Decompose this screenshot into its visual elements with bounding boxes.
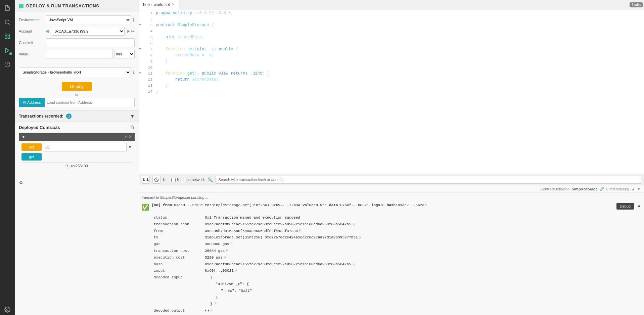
tx-cost-copy-icon[interactable]: ⎘ xyxy=(226,248,228,255)
contract-instance: ▼ SimpleStorage at 0x692...77b3A (memory… xyxy=(19,133,135,171)
gas-val: 3000000 gas ⎘ xyxy=(205,241,233,248)
exec-cost-copy-icon[interactable]: ⎘ xyxy=(224,255,226,261)
debug-icon[interactable] xyxy=(2,59,13,70)
value-input[interactable]: 0 xyxy=(46,50,112,58)
settings-sidebar-icon[interactable] xyxy=(2,304,13,315)
hash-val: 0xdc7accf006dcac2155fd279e602e8ecc27a850… xyxy=(205,261,355,268)
set-method-chevron-icon[interactable]: ▼ xyxy=(128,145,132,149)
contract-select-wrapper: SimpleStorage - browser/hello_worl ℹ xyxy=(19,67,135,77)
svg-rect-5 xyxy=(5,37,7,39)
file-icon[interactable] xyxy=(2,3,13,13)
tx-hash-copy-icon[interactable]: ⎘ xyxy=(353,221,355,228)
account-select[interactable]: 0xCA3...a733c (99.9 xyxy=(52,27,125,36)
gas-copy-icon[interactable]: ⎘ xyxy=(231,241,233,248)
svg-marker-6 xyxy=(6,48,9,53)
tx-tag: [vm] xyxy=(152,203,160,207)
decoded-input-copy-icon[interactable]: ⎘ xyxy=(215,302,217,306)
panel-title: DEPLOY & RUN TRANSACTIONS xyxy=(26,3,99,8)
environment-info-icon[interactable]: ℹ xyxy=(133,17,135,22)
code-line-8: 8 storedData = _x; xyxy=(139,52,644,58)
code-line-6: 6 xyxy=(139,40,644,46)
console-search-input[interactable] xyxy=(216,176,641,184)
environment-select[interactable]: JavaScript VM xyxy=(46,15,131,24)
decoded-output-key: decoded output xyxy=(154,308,201,314)
tab-bar: hello_world.sol ✕ 1 tabs xyxy=(139,0,644,10)
contract-select[interactable]: SimpleStorage - browser/hello_worl xyxy=(19,67,131,77)
tab-hello-world[interactable]: hello_world.sol ✕ xyxy=(139,0,179,10)
deployed-header: Deployed Contracts 🗑 xyxy=(19,125,135,130)
tx-collapse-icon[interactable]: ▲ xyxy=(637,203,641,208)
code-line-11: ▼ 11 function get() public view returns … xyxy=(139,71,644,77)
gas-limit-input[interactable]: 3000000 xyxy=(46,38,135,47)
svg-rect-2 xyxy=(5,34,7,36)
at-address-input[interactable] xyxy=(45,98,135,107)
listen-network-label[interactable]: listen on network xyxy=(171,178,205,182)
contract-close-icon[interactable]: ✕ xyxy=(129,134,132,139)
tx-hash: hash:0xdc7...642a5 xyxy=(387,203,427,207)
code-editor[interactable]: 1 pragma solidity >=0.4.22 <0.6.0; 2 ▼ 3… xyxy=(139,10,644,174)
bottom-settings: ⚙ xyxy=(15,177,139,188)
tx-details: status 0x1 Transaction mined and executi… xyxy=(142,213,641,315)
contract-references: 0 reference(s) xyxy=(606,187,629,191)
deploy-button[interactable]: Deploy xyxy=(62,82,91,91)
svg-point-0 xyxy=(5,20,9,24)
deployed-contracts-section: Deployed Contracts 🗑 ▼ SimpleStorage at … xyxy=(15,122,139,177)
to-copy-icon[interactable]: ⎘ xyxy=(359,234,361,241)
code-line-12: 12 return storedData; xyxy=(139,77,644,83)
from-copy-icon[interactable]: ⎘ xyxy=(299,228,302,235)
svg-line-12 xyxy=(155,178,158,181)
get-method-button[interactable]: get xyxy=(21,153,42,161)
delete-deployed-icon[interactable]: 🗑 xyxy=(130,125,135,130)
transactions-title: Transactions recorded: xyxy=(19,114,63,119)
tx-data: data:0x60f...00021 xyxy=(329,203,371,207)
tx-to: to:SimpleStorage.set(uint256) xyxy=(205,203,271,207)
console-scroll-bottom-icon[interactable]: ⬇⬇ xyxy=(142,176,150,184)
set-method-input[interactable] xyxy=(43,143,127,151)
from-key: from xyxy=(154,228,201,235)
status-row: status 0x1 Transaction mined and executi… xyxy=(154,215,639,221)
deploy-section: Deploy or At Address xyxy=(15,80,139,110)
account-edit-icon[interactable]: ✏ xyxy=(131,29,135,34)
tx-value: value:0 wei xyxy=(303,203,329,207)
transactions-header[interactable]: Transactions recorded: 3 ▼ xyxy=(15,110,139,122)
code-line-4: 4 xyxy=(139,28,644,34)
contract-instance-header: ▼ SimpleStorage at 0x692...77b3A (memory… xyxy=(19,133,135,141)
tab-close-icon[interactable]: ✕ xyxy=(172,2,175,7)
console-clear-icon[interactable] xyxy=(152,176,160,184)
from-val: 0xca35b7d915458ef540ade6068dfe2f44e8fa73… xyxy=(205,228,302,235)
main-area: hello_world.sol ✕ 1 tabs 1 pragma solidi… xyxy=(139,0,644,315)
listen-network-checkbox[interactable] xyxy=(171,178,176,182)
account-copy-icon[interactable]: ⎘ xyxy=(127,29,130,34)
input-copy-icon[interactable]: ⎘ xyxy=(235,268,237,274)
value-unit-select[interactable]: wei gwei ether xyxy=(114,50,135,58)
contract-info-icon[interactable]: ℹ xyxy=(133,70,135,75)
bottom-gear-icon[interactable]: ⚙ xyxy=(19,180,23,185)
transactions-chevron-icon: ▼ xyxy=(130,114,135,119)
at-address-row: At Address xyxy=(19,98,135,107)
panel-header-icon xyxy=(19,4,24,8)
console-search-icon: 🔍 xyxy=(208,177,213,182)
contract-def-expand-icon[interactable]: ▲ xyxy=(631,187,635,191)
console-pending-msg: transact to SimpleStorage.set pending ..… xyxy=(142,194,641,201)
decoded-output-copy-icon[interactable]: ⎘ xyxy=(211,308,213,314)
contract-instance-chevron-icon[interactable]: ▼ xyxy=(21,134,26,139)
at-address-button[interactable]: At Address xyxy=(19,98,45,107)
code-line-2: 2 xyxy=(139,16,644,22)
tabs-count-badge: 1 tabs xyxy=(630,2,643,7)
svg-rect-3 xyxy=(8,34,10,36)
hash-copy-icon[interactable]: ⎘ xyxy=(353,261,355,268)
transactions-count-badge: 3 xyxy=(66,114,72,119)
deploy-run-icon[interactable] xyxy=(2,45,13,56)
contract-def-bar: ContractDefinition SimpleStorage 🔗 0 ref… xyxy=(139,185,644,193)
search-icon[interactable] xyxy=(2,17,13,28)
contract-def-collapse-icon[interactable]: ▼ xyxy=(637,187,641,191)
contract-copy-icon[interactable]: ⎘ xyxy=(125,134,127,139)
decoded-output-row: decoded output {} ⎘ xyxy=(154,308,639,314)
account-label: Account xyxy=(19,29,44,33)
status-key: status xyxy=(154,215,201,221)
set-method-button[interactable]: set xyxy=(21,143,42,151)
account-plus-icon[interactable]: ⊕ xyxy=(46,29,50,34)
get-method-row: get xyxy=(21,153,132,161)
debug-button[interactable]: Debug xyxy=(616,203,634,210)
plugin-icon[interactable] xyxy=(2,31,13,42)
